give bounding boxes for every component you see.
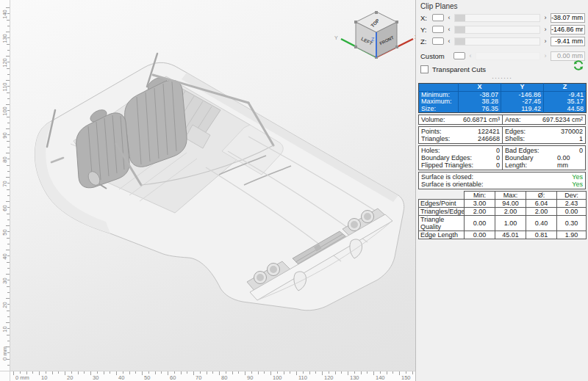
transparent-cuts-row: Transparent Cuts <box>416 63 588 75</box>
transparent-cuts-label: Transparent Cuts <box>432 65 486 73</box>
quality-corner-cell <box>419 192 465 200</box>
clip-y-slider[interactable] <box>454 26 540 34</box>
clip-z-label: Z: <box>420 37 430 46</box>
clip-custom-label: Custom <box>420 52 451 60</box>
clip-x-value-input[interactable] <box>551 13 585 23</box>
points-value: 122421 <box>478 128 500 135</box>
clip-x-increment-button[interactable]: › <box>542 14 548 22</box>
quality-row-edge-length: Edge Length 0.00 45.01 0.81 1.90 <box>419 231 587 239</box>
clip-custom-increment-button[interactable]: › <box>542 52 548 60</box>
quality-col-min: Min: <box>465 192 495 200</box>
bad-edges-value: 0 <box>579 147 583 154</box>
clip-z-checkbox[interactable] <box>432 37 444 45</box>
clip-y-increment-button[interactable]: › <box>542 26 548 34</box>
transparent-cuts-checkbox[interactable] <box>420 65 429 73</box>
clip-y-checkbox[interactable] <box>432 26 444 33</box>
holes-label: Holes: <box>421 147 440 154</box>
quality-col-avg: Ø: <box>526 192 557 200</box>
clip-x-slider[interactable] <box>454 14 540 22</box>
quality-col-max: Max: <box>495 192 526 200</box>
clip-plane-row-custom: Custom ‹ › <box>416 50 588 62</box>
clip-z-value-input[interactable] <box>551 37 585 46</box>
clip-plane-row-z: Z: ‹ › <box>416 35 588 47</box>
clip-y-value-input[interactable] <box>551 25 585 35</box>
clip-y-slider-thumb[interactable] <box>455 26 465 33</box>
bounds-row-size: Size: 76.35 119.42 44.58 <box>419 106 587 113</box>
area-value: 697.5234 cm² <box>542 116 583 123</box>
volume-value: 60.6871 cm³ <box>463 116 500 123</box>
triangles-value: 246668 <box>478 135 500 142</box>
clip-y-decrement-button[interactable]: ‹ <box>446 26 452 34</box>
points-label: Points: <box>421 128 442 135</box>
properties-panel: Clip Planes X: ‹ › Y: ‹ › Z: ‹ › Custo <box>415 0 588 381</box>
clip-x-label: X: <box>420 14 430 22</box>
clip-custom-slider <box>476 52 540 60</box>
quality-row-triangle-quality: Triangle Quality 0.00 1.00 0.40 0.30 <box>419 216 587 231</box>
clip-custom-checkbox[interactable] <box>453 52 465 59</box>
quality-col-dev: Dev: <box>557 192 587 200</box>
clip-x-decrement-button[interactable]: ‹ <box>446 14 452 22</box>
clip-y-label: Y: <box>420 26 430 34</box>
ruler-corner <box>0 371 10 381</box>
quality-row-edges-point: Edges/Point 3.00 94.00 6.04 2.43 <box>419 200 587 208</box>
surface-closed-value: Yes <box>572 173 583 181</box>
defects-box: Holes:0 Boundary Edges:0 Flipped Triangl… <box>418 145 586 170</box>
counts-box: Points:122421 Triangles:246668 Edges:370… <box>418 126 586 144</box>
triangles-label: Triangles: <box>421 135 450 142</box>
axis-y-label: Y <box>334 35 338 40</box>
boundary-edges-value: 0 <box>496 154 500 162</box>
shells-label: Shells: <box>505 135 525 142</box>
edges-label: Edges: <box>505 128 526 135</box>
shells-value: 1 <box>579 135 583 142</box>
flipped-triangles-value: 0 <box>496 162 500 169</box>
navigation-cube[interactable]: Y X TOP LEFT FRONT Z <box>332 3 419 69</box>
clip-planes-title: Clip Planes <box>416 0 588 12</box>
boundary-length-value: 0.00 mm <box>557 154 583 169</box>
clip-custom-decrement-button[interactable]: ‹ <box>467 52 473 60</box>
panel-splitter[interactable]: ······· <box>416 76 588 83</box>
horizontal-ruler: 0 mm102030405060708090100110120130140150 <box>0 371 415 381</box>
bounds-row-maximum: Maximum: 38.28 -27.45 35.17 <box>419 98 587 106</box>
3d-viewport[interactable]: Y X TOP LEFT FRONT Z 1401301201101009080… <box>0 0 415 381</box>
flipped-triangles-label: Flipped Triangles: <box>421 162 473 169</box>
volume-area-box: Volume: 60.6871 cm³ Area: 697.5234 cm² <box>418 115 586 125</box>
clip-plane-row-y: Y: ‹ › <box>416 23 588 35</box>
holes-value: 0 <box>496 147 500 154</box>
surface-closed-label: Surface is closed: <box>421 173 473 181</box>
bounds-row-minimum: Minimum: -38.07 -146.86 -9.41 <box>419 91 587 98</box>
bad-edges-label: Bad Edges: <box>505 147 539 154</box>
vertical-ruler: 1401301201101009080706050403020100 mm <box>0 0 10 371</box>
quality-table: Min: Max: Ø: Dev: Edges/Point 3.00 94.00… <box>418 191 587 239</box>
bounds-col-y: Y <box>501 84 544 92</box>
clip-z-slider-thumb[interactable] <box>455 38 465 45</box>
clip-x-slider-thumb[interactable] <box>455 15 465 21</box>
quality-row-triangles-edge: Triangles/Edge 2.00 2.00 2.00 0.00 <box>419 208 587 216</box>
boundary-length-label: Boundary Length: <box>505 154 557 169</box>
volume-label: Volume: <box>421 116 445 123</box>
axis-z-label: Z <box>371 37 375 42</box>
area-label: Area: <box>505 116 521 123</box>
refresh-icon[interactable] <box>573 59 584 71</box>
boundary-edges-label: Boundary Edges: <box>421 154 472 162</box>
surface-orientable-value: Yes <box>572 181 583 188</box>
clip-plane-row-x: X: ‹ › <box>416 12 588 23</box>
bounds-corner-cell <box>419 84 459 92</box>
mesh-viewer-window: Y X TOP LEFT FRONT Z 1401301201101009080… <box>0 0 588 381</box>
surface-orientable-label: Surface is orientable: <box>421 181 484 188</box>
bounds-table: X Y Z Minimum: -38.07 -146.86 -9.41 Maxi… <box>418 83 587 113</box>
bounds-col-z: Z <box>544 84 587 92</box>
clip-z-slider[interactable] <box>454 37 540 46</box>
surface-box: Surface is closed:Yes Surface is orienta… <box>418 172 586 189</box>
bounds-col-x: X <box>459 84 501 92</box>
clip-x-checkbox[interactable] <box>432 14 444 21</box>
clip-z-increment-button[interactable]: › <box>542 37 548 46</box>
edges-value: 370002 <box>561 128 583 135</box>
clip-z-decrement-button[interactable]: ‹ <box>446 37 452 46</box>
